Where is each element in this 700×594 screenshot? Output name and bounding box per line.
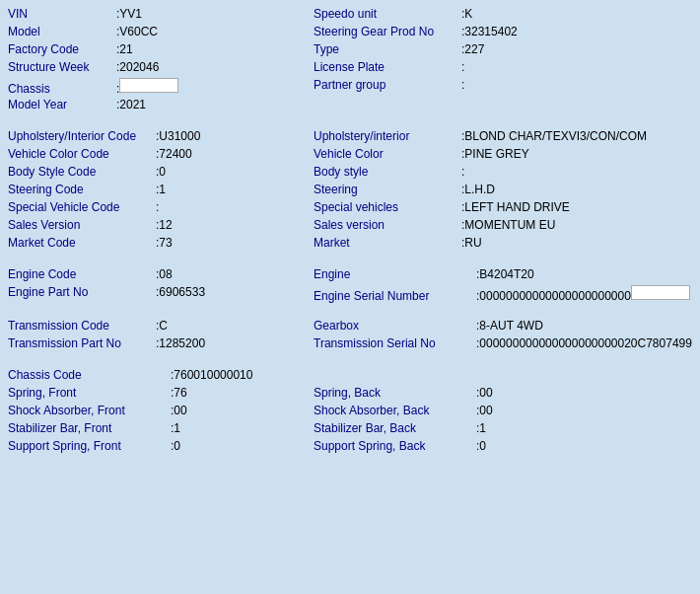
- field-label: Steering: [314, 183, 461, 196]
- table-row: Engine Code : 08: [8, 266, 306, 284]
- field-value: 08: [159, 267, 172, 281]
- field-value: YV1: [119, 7, 142, 21]
- field-label: Vehicle Color Code: [8, 147, 156, 161]
- right-basic: Speedo unit : KSteering Gear Prod No : 3…: [314, 6, 692, 114]
- field-label: Steering Gear Prod No: [314, 25, 461, 38]
- field-value: 6906533: [159, 285, 205, 299]
- table-row: Structure Week : 202046: [8, 59, 306, 77]
- field-colon: :: [461, 78, 464, 92]
- table-row: Model : V60CC: [8, 24, 306, 41]
- table-row: Body Style Code : 0: [8, 164, 306, 182]
- engine-serial-input[interactable]: [631, 285, 690, 300]
- field-label: Shock Absorber, Back: [314, 404, 476, 417]
- field-label: Body style: [314, 165, 461, 179]
- left-basic: VIN : YV1Model : V60CCFactory Code : 21S…: [8, 6, 314, 114]
- field-value: 1: [174, 421, 180, 435]
- table-row: Sales Version : 12: [8, 217, 306, 235]
- field-value: L.H.D: [464, 183, 495, 196]
- field-colon: :: [461, 165, 464, 179]
- right-engine: Engine : B4204T20Engine Serial Number : …: [314, 266, 692, 304]
- table-row: Market Code : 73: [8, 235, 306, 253]
- field-value: 202046: [119, 60, 159, 74]
- field-value: 00000000000000000000000: [479, 289, 631, 303]
- table-row: Shock Absorber, Back : 00: [314, 403, 692, 420]
- table-row: Speedo unit : K: [314, 6, 692, 24]
- field-value: 72400: [159, 147, 191, 161]
- field-label: Sales version: [314, 218, 461, 232]
- field-label: Support Spring, Back: [314, 439, 476, 453]
- field-label: Engine Serial Number: [314, 289, 476, 303]
- field-label: Transmission Part No: [8, 336, 156, 350]
- table-row: Steering Gear Prod No : 32315402: [314, 24, 692, 41]
- table-row: Transmission Serial No : 000000000000000…: [314, 335, 692, 353]
- field-label: Type: [314, 42, 461, 56]
- table-row: Stabilizer Bar, Front : 1: [8, 420, 306, 438]
- field-label: Model Year: [8, 98, 116, 111]
- field-value: MOMENTUM EU: [464, 218, 555, 232]
- field-value: 76: [174, 386, 186, 400]
- field-value: 21: [119, 42, 132, 56]
- table-row: Stabilizer Bar, Back : 1: [314, 420, 692, 438]
- field-value: B4204T20: [479, 267, 533, 281]
- field-value: 760010000010: [174, 368, 252, 382]
- field-label: License Plate: [314, 60, 461, 74]
- table-row: Market : RU: [314, 235, 692, 253]
- field-value: 2021: [119, 98, 146, 111]
- field-label: Engine: [314, 267, 476, 281]
- field-value: 0: [159, 165, 166, 179]
- field-label: Upholstery/Interior Code: [8, 129, 156, 143]
- field-label: Body Style Code: [8, 165, 156, 179]
- section-transmission: Transmission Code : CTransmission Part N…: [8, 318, 692, 353]
- table-row: Type : 227: [314, 41, 692, 59]
- field-value: 00: [479, 386, 492, 400]
- field-label: Sales Version: [8, 218, 156, 232]
- field-value: C: [159, 319, 168, 333]
- table-row: Upholstery/Interior Code : U31000: [8, 128, 306, 146]
- left-upholstery: Upholstery/Interior Code : U31000Vehicle…: [8, 128, 314, 253]
- left-chassis: Chassis Code : 760010000010Spring, Front…: [8, 367, 314, 456]
- field-value: 0: [479, 439, 486, 453]
- field-label: Market: [314, 236, 461, 250]
- table-row: Steering Code : 1: [8, 182, 306, 199]
- field-label: Transmission Code: [8, 319, 156, 333]
- table-row: Partner group :: [314, 77, 692, 95]
- field-label: Speedo unit: [314, 7, 461, 21]
- field-label: Stabilizer Bar, Front: [8, 421, 171, 435]
- field-value: BLOND CHAR/TEXVI3/CON/COM: [464, 129, 647, 143]
- table-row: Engine Serial Number : 00000000000000000…: [314, 284, 692, 304]
- field-label: Chassis: [8, 82, 116, 96]
- table-row: Spring, Front : 76: [8, 385, 306, 403]
- field-value: 00: [479, 404, 492, 417]
- field-label: Vehicle Color: [314, 147, 461, 161]
- table-row: Support Spring, Front : 0: [8, 438, 306, 456]
- table-row: Steering : L.H.D: [314, 182, 692, 199]
- field-value: 32315402: [464, 25, 517, 38]
- chassis-input[interactable]: [119, 78, 178, 93]
- table-row: Transmission Part No : 1285200: [8, 335, 306, 353]
- field-value: K: [464, 7, 472, 21]
- field-label: VIN: [8, 7, 116, 21]
- field-label: Special Vehicle Code: [8, 200, 156, 214]
- table-row: Gearbox : 8-AUT 4WD: [314, 318, 692, 335]
- field-label: Stabilizer Bar, Back: [314, 421, 476, 435]
- field-label: Spring, Front: [8, 386, 171, 400]
- field-label: Spring, Back: [314, 386, 476, 400]
- field-value: V60CC: [119, 25, 158, 38]
- field-label: Support Spring, Front: [8, 439, 171, 453]
- field-colon: :: [156, 200, 159, 214]
- main-container: VIN : YV1Model : V60CCFactory Code : 21S…: [0, 0, 700, 466]
- field-value: 1: [159, 183, 166, 196]
- table-row: Chassis :: [8, 77, 306, 97]
- field-label: Shock Absorber, Front: [8, 404, 171, 417]
- field-label: Engine Code: [8, 267, 156, 281]
- field-colon: :: [461, 60, 464, 74]
- section-upholstery: Upholstery/Interior Code : U31000Vehicle…: [8, 128, 692, 253]
- table-row: Support Spring, Back : 0: [314, 438, 692, 456]
- table-row: Model Year : 2021: [8, 97, 306, 114]
- field-label: Chassis Code: [8, 368, 171, 382]
- field-value: U31000: [159, 129, 200, 143]
- field-value: LEFT HAND DRIVE: [464, 200, 569, 214]
- section-basic: VIN : YV1Model : V60CCFactory Code : 21S…: [8, 6, 692, 114]
- table-row: Chassis Code : 760010000010: [8, 367, 306, 385]
- table-row: Body style :: [314, 164, 692, 182]
